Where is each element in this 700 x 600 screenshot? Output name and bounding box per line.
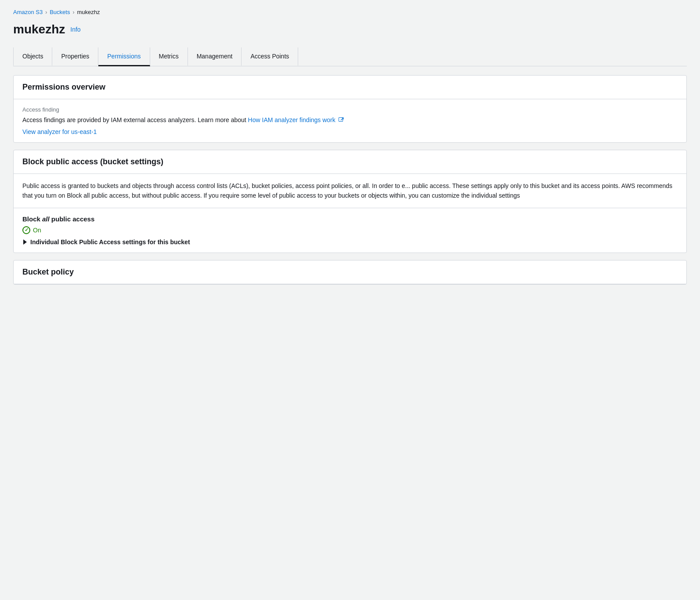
tab-objects[interactable]: Objects <box>13 47 52 66</box>
breadcrumb-separator-2: › <box>72 9 74 15</box>
page-title-row: mukezhz Info <box>13 22 687 36</box>
content-area: Permissions overview Access finding Acce… <box>13 75 687 285</box>
external-link-icon <box>339 117 344 123</box>
block-all-label: Block all public access <box>22 215 678 223</box>
breadcrumb-current: mukezhz <box>77 9 100 15</box>
breadcrumb: Amazon S3 › Buckets › mukezhz <box>13 9 687 15</box>
breadcrumb-separator-1: › <box>45 9 47 15</box>
individual-settings-label: Individual Block Public Access settings … <box>30 239 190 246</box>
block-public-access-header: Block public access (bucket settings) <box>14 150 686 174</box>
block-public-access-desc-body: Public access is granted to buckets and … <box>14 174 686 208</box>
block-all-public-access-body: Block all public access On Individual Bl… <box>14 208 686 253</box>
access-finding-desc: Access findings are provided by IAM exte… <box>22 116 678 125</box>
info-badge[interactable]: Info <box>70 26 80 33</box>
tab-properties[interactable]: Properties <box>52 47 98 66</box>
block-all-suffix: public access <box>50 215 95 223</box>
block-public-access-title: Block public access (bucket settings) <box>22 157 678 166</box>
access-finding-label: Access finding <box>22 106 678 113</box>
permissions-overview-body: Access finding Access findings are provi… <box>14 99 686 142</box>
tab-metrics[interactable]: Metrics <box>150 47 188 66</box>
tabs-container: Objects Properties Permissions Metrics M… <box>13 47 687 66</box>
tab-management[interactable]: Management <box>188 47 242 66</box>
block-public-access-card: Block public access (bucket settings) Pu… <box>13 150 687 253</box>
bucket-policy-card: Bucket policy <box>13 260 687 285</box>
tab-permissions[interactable]: Permissions <box>98 47 150 66</box>
svg-line-1 <box>341 118 343 120</box>
svg-rect-0 <box>339 118 343 122</box>
bucket-policy-title: Bucket policy <box>22 267 678 277</box>
individual-settings-toggle[interactable]: Individual Block Public Access settings … <box>22 239 678 246</box>
status-on-label: On <box>33 227 41 234</box>
how-iam-analyzer-link[interactable]: How IAM analyzer findings work <box>248 116 336 123</box>
permissions-overview-card: Permissions overview Access finding Acce… <box>13 75 687 143</box>
permissions-overview-title: Permissions overview <box>22 83 678 92</box>
permissions-overview-header: Permissions overview <box>14 76 686 99</box>
block-all-em: all <box>42 215 50 223</box>
breadcrumb-buckets[interactable]: Buckets <box>50 9 70 15</box>
triangle-right-icon <box>23 239 27 245</box>
breadcrumb-amazon-s3[interactable]: Amazon S3 <box>13 9 43 15</box>
view-analyzer-link[interactable]: View analyzer for us-east-1 <box>22 128 97 135</box>
block-all-status: On <box>22 226 678 234</box>
page-title: mukezhz <box>13 22 65 36</box>
tab-access-points[interactable]: Access Points <box>242 47 298 66</box>
block-all-prefix: Block <box>22 215 42 223</box>
access-finding-text: Access findings are provided by IAM exte… <box>22 116 248 123</box>
status-on-icon <box>22 226 30 234</box>
bucket-policy-header: Bucket policy <box>14 260 686 284</box>
block-public-access-description: Public access is granted to buckets and … <box>22 181 678 201</box>
